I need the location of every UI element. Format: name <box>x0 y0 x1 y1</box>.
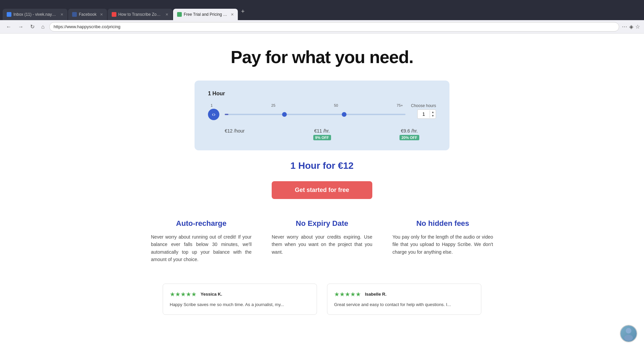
tick-25: 25 <box>271 103 275 107</box>
tab-close-facebook[interactable]: ✕ <box>100 12 103 17</box>
spinner-up-button[interactable]: ▲ <box>430 110 436 114</box>
new-tab-button[interactable]: + <box>238 7 248 16</box>
review-text-2: Great service and easy to contact for he… <box>334 301 474 308</box>
tab-favicon-pricing <box>177 12 182 17</box>
reviewer-name-2: Isabelle R. <box>365 292 386 297</box>
feature-desc-auto-recharge: Never worry about running out of credit!… <box>151 233 252 263</box>
tab-favicon-transcribe <box>112 12 116 17</box>
reviews-grid: ★★★★★ Yessica K. Happy Scribe saves me s… <box>138 284 506 315</box>
hours-value-input[interactable] <box>418 111 430 117</box>
spinner-buttons: ▲ ▼ <box>430 110 436 118</box>
slider-track[interactable] <box>225 114 406 115</box>
choose-hours-label: Choose hours <box>411 103 436 108</box>
reviewer-name-1: Yessica K. <box>201 292 222 297</box>
tab-label-facebook: Facebook <box>79 12 97 17</box>
tab-label-inbox: Inbox (11) - vivek.nayyar1107@... <box>13 12 57 17</box>
slider-chevron-icon: ‹› <box>212 111 216 117</box>
review-stars-1: ★★★★★ <box>170 291 197 298</box>
pocket-icon[interactable]: ◈ <box>629 23 633 30</box>
price-amount-2: €11 /hr. <box>314 128 330 134</box>
page-title: Pay for what you need. <box>7 47 637 67</box>
slider-wrapper: ‹› <box>208 109 406 120</box>
hours-spinner[interactable]: ▲ ▼ <box>417 109 436 119</box>
tab-close-transcribe[interactable]: ✕ <box>165 12 168 17</box>
review-card-1: ★★★★★ Yessica K. Happy Scribe saves me s… <box>163 284 317 315</box>
svg-point-0 <box>626 328 632 334</box>
forward-button[interactable]: → <box>16 22 25 31</box>
home-button[interactable]: ⌂ <box>39 22 47 31</box>
extensions-icon[interactable]: ⋯ <box>622 23 627 30</box>
avatar-svg <box>621 325 637 342</box>
feature-title-no-fees: No hidden fees <box>392 219 493 228</box>
review-stars-2: ★★★★★ <box>334 291 361 298</box>
slider-thumb-2[interactable] <box>342 112 346 117</box>
refresh-button[interactable]: ↻ <box>28 22 37 31</box>
hours-input-wrapper: Choose hours ▲ ▼ <box>411 103 436 119</box>
tab-transcribe[interactable]: How to Transcribe Zoom Reco... ✕ <box>108 9 172 20</box>
price-item-11: €11 /hr. 9% OFF <box>313 128 331 140</box>
tab-inbox[interactable]: Inbox (11) - vivek.nayyar1107@... ✕ <box>3 9 67 20</box>
tab-close-inbox[interactable]: ✕ <box>60 12 63 17</box>
slider-icon[interactable]: ‹› <box>208 109 219 120</box>
tab-bar: Inbox (11) - vivek.nayyar1107@... ✕ Face… <box>3 0 641 20</box>
slider-prices: €12 /hour €11 /hr. 9% OFF €9.6 /hr. 20% … <box>208 128 436 140</box>
price-amount-3: €9.6 /hr. <box>401 128 418 134</box>
feature-desc-no-expiry: Never worry about your credits expiring.… <box>272 233 372 256</box>
slider-ticks: 1 25 50 75+ <box>208 103 406 107</box>
feature-desc-no-fees: You pay only for the length of the audio… <box>392 233 493 256</box>
avatar-placeholder <box>621 326 637 342</box>
feature-auto-recharge: Auto-recharge Never worry about running … <box>151 219 252 263</box>
price-summary: 1 Hour for €12 <box>7 160 637 171</box>
feature-title-no-expiry: No Expiry Date <box>272 219 372 228</box>
back-button[interactable]: ← <box>4 22 13 31</box>
tab-pricing[interactable]: Free Trial and Pricing - Transc... ✕ <box>173 9 238 20</box>
tick-1: 1 <box>211 103 213 107</box>
price-badge-9off: 9% OFF <box>313 135 331 140</box>
review-header-1: ★★★★★ Yessica K. <box>170 291 310 298</box>
price-amount-1: €12 /hour <box>225 128 245 134</box>
spinner-down-button[interactable]: ▼ <box>430 114 436 118</box>
review-card-2: ★★★★★ Isabelle R. Great service and easy… <box>327 284 481 315</box>
tab-favicon-facebook <box>72 12 77 17</box>
features-grid: Auto-recharge Never worry about running … <box>138 219 506 263</box>
slider-current-label: 1 Hour <box>208 91 436 97</box>
tab-close-pricing[interactable]: ✕ <box>231 12 234 17</box>
slider-section: 1 Hour 1 25 50 75+ ‹› <box>195 81 449 150</box>
slider-fill <box>225 114 228 115</box>
browser-toolbar-icons: ⋯ ◈ ☆ <box>622 23 640 30</box>
tab-favicon-inbox <box>7 12 11 17</box>
help-avatar[interactable] <box>620 325 637 342</box>
address-input[interactable] <box>49 22 619 32</box>
feature-no-expiry: No Expiry Date Never worry about your cr… <box>272 219 372 263</box>
page-content: Pay for what you need. 1 Hour 1 25 50 75… <box>0 34 644 349</box>
address-bar-row: ← → ↻ ⌂ ⋯ ◈ ☆ <box>0 20 644 34</box>
feature-no-hidden-fees: No hidden fees You pay only for the leng… <box>392 219 493 263</box>
review-text-1: Happy Scribe saves me so much time. As a… <box>170 301 310 308</box>
slider-thumb-1[interactable] <box>282 112 287 117</box>
price-badge-20off: 20% OFF <box>399 135 419 140</box>
tab-label-pricing: Free Trial and Pricing - Transc... <box>184 12 227 17</box>
browser-chrome: Inbox (11) - vivek.nayyar1107@... ✕ Face… <box>0 0 644 20</box>
review-header-2: ★★★★★ Isabelle R. <box>334 291 474 298</box>
star-icon[interactable]: ☆ <box>635 23 640 30</box>
price-item-12: €12 /hour <box>225 128 245 134</box>
price-item-9: €9.6 /hr. 20% OFF <box>399 128 419 140</box>
feature-title-auto-recharge: Auto-recharge <box>151 219 252 228</box>
cta-button[interactable]: Get started for free <box>272 181 372 199</box>
tab-label-transcribe: How to Transcribe Zoom Reco... <box>118 12 162 17</box>
svg-point-1 <box>624 335 633 341</box>
tick-50: 50 <box>334 103 338 107</box>
tab-facebook[interactable]: Facebook ✕ <box>68 9 107 20</box>
tick-75plus: 75+ <box>397 103 403 107</box>
